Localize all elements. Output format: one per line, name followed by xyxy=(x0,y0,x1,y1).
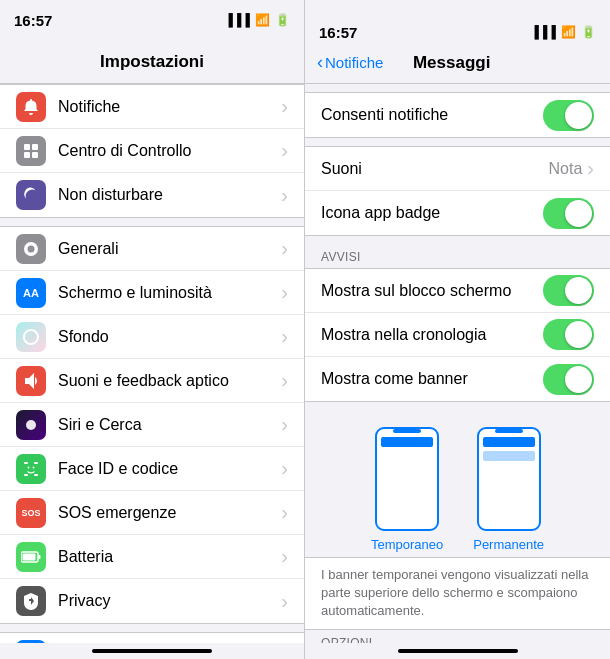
opzioni-header: OPZIONI xyxy=(305,630,610,643)
right-status-icons: ▐▐▐ 📶 🔋 xyxy=(530,25,596,39)
non-disturbare-chevron xyxy=(281,184,288,207)
sidebar-item-privacy[interactable]: Privacy xyxy=(0,579,304,623)
sidebar-item-suoni[interactable]: Suoni e feedback aptico xyxy=(0,359,304,403)
banner-toggle-knob xyxy=(565,366,592,393)
batteria-label: Batteria xyxy=(58,548,281,566)
left-status-icons: ▐▐▐ 📶 🔋 xyxy=(224,13,290,27)
sidebar-item-non-disturbare[interactable]: Non disturbare xyxy=(0,173,304,217)
svg-rect-5 xyxy=(24,462,28,464)
avvisi-section: Mostra sul blocco schermo Mostra nella c… xyxy=(305,268,610,402)
left-time: 16:57 xyxy=(14,12,52,29)
banner-section: Temporaneo Permanente xyxy=(305,410,610,557)
svg-rect-3 xyxy=(32,152,38,158)
sos-icon: SOS xyxy=(16,498,46,528)
suoni-chevron xyxy=(587,157,594,180)
sidebar-item-centro[interactable]: Centro di Controllo xyxy=(0,129,304,173)
temporaneo-label: Temporaneo xyxy=(371,537,443,552)
svg-rect-18 xyxy=(381,437,433,447)
svg-rect-2 xyxy=(24,152,30,158)
svg-rect-19 xyxy=(393,429,421,433)
generali-icon xyxy=(16,234,46,264)
siri-label: Siri e Cerca xyxy=(58,416,281,434)
notifiche-label: Notifiche xyxy=(58,98,281,116)
icona-label: Icona app badge xyxy=(321,204,543,222)
suoni-chevron xyxy=(281,369,288,392)
sidebar-item-itunes[interactable]: iTunes Store e App Store xyxy=(0,633,304,643)
notifiche-icon xyxy=(16,92,46,122)
svg-rect-12 xyxy=(23,553,36,560)
right-nav-title: Messaggi xyxy=(413,53,490,73)
back-label: Notifiche xyxy=(325,54,383,71)
siri-chevron xyxy=(281,413,288,436)
banner-toggle[interactable] xyxy=(543,364,594,395)
centro-chevron xyxy=(281,139,288,162)
wifi-icon: 📶 xyxy=(255,13,270,27)
right-nav-content: ‹ Notifiche Messaggi xyxy=(305,52,610,73)
permanente-phone[interactable]: Permanente xyxy=(473,425,544,552)
signal-icon: ▐▐▐ xyxy=(224,13,250,27)
sidebar-item-notifiche[interactable]: Notifiche xyxy=(0,85,304,129)
non-disturbare-icon xyxy=(16,180,46,210)
svg-rect-1 xyxy=(32,144,38,150)
temporaneo-phone-svg xyxy=(373,425,441,533)
left-status-bar: 16:57 ▐▐▐ 📶 🔋 xyxy=(0,0,304,40)
schermo-icon: AA xyxy=(16,278,46,308)
consenti-section: Consenti notifiche xyxy=(305,92,610,138)
back-button[interactable]: ‹ Notifiche xyxy=(315,52,383,73)
svg-rect-0 xyxy=(24,144,30,150)
right-signal-icon: ▐▐▐ xyxy=(530,25,556,39)
schermo-label: Schermo e luminosità xyxy=(58,284,281,302)
privacy-label: Privacy xyxy=(58,592,281,610)
sidebar-item-batteria[interactable]: Batteria xyxy=(0,535,304,579)
battery-icon: 🔋 xyxy=(275,13,290,27)
suoni-section: Suoni Nota Icona app badge xyxy=(305,146,610,236)
faceid-icon xyxy=(16,454,46,484)
sidebar-item-sos[interactable]: SOS SOS emergenze xyxy=(0,491,304,535)
privacy-icon xyxy=(16,586,46,616)
sidebar-item-faceid[interactable]: Face ID e codice xyxy=(0,447,304,491)
schermo-chevron xyxy=(281,281,288,304)
temporaneo-phone[interactable]: Temporaneo xyxy=(371,425,443,552)
cronologia-item: Mostra nella cronologia xyxy=(305,313,610,357)
left-home-indicator xyxy=(92,649,212,653)
suoni-item[interactable]: Suoni Nota xyxy=(305,147,610,191)
right-nav-bar: 16:57 ▐▐▐ 📶 🔋 ‹ Notifiche Messaggi xyxy=(305,0,610,84)
blocco-toggle[interactable] xyxy=(543,275,594,306)
sos-chevron xyxy=(281,501,288,524)
sidebar-item-siri[interactable]: Siri e Cerca xyxy=(0,403,304,447)
sidebar-item-schermo[interactable]: AA Schermo e luminosità xyxy=(0,271,304,315)
suoni-label: Suoni e feedback aptico xyxy=(58,372,281,390)
svg-rect-21 xyxy=(483,437,535,447)
sidebar-item-generali[interactable]: Generali xyxy=(0,227,304,271)
sidebar-item-sfondo[interactable]: Sfondo xyxy=(0,315,304,359)
consenti-item: Consenti notifiche xyxy=(305,93,610,137)
generali-chevron xyxy=(281,237,288,260)
left-panel: 16:57 ▐▐▐ 📶 🔋 Impostazioni Notifiche xyxy=(0,0,305,659)
banner-item: Mostra come banner xyxy=(305,357,610,401)
svg-rect-6 xyxy=(34,462,38,464)
notifiche-chevron xyxy=(281,95,288,118)
right-home-indicator xyxy=(398,649,518,653)
banner-description: I banner temporanei vengono visualizzati… xyxy=(305,557,610,630)
centro-label: Centro di Controllo xyxy=(58,142,281,160)
svg-rect-22 xyxy=(495,429,523,433)
permanente-phone-svg xyxy=(475,425,543,533)
sfondo-label: Sfondo xyxy=(58,328,281,346)
settings-group-1: Notifiche Centro di Controllo xyxy=(0,84,304,218)
svg-rect-7 xyxy=(24,474,28,476)
banner-phones: Temporaneo Permanente xyxy=(371,420,544,557)
icona-item: Icona app badge xyxy=(305,191,610,235)
batteria-icon xyxy=(16,542,46,572)
sos-label: SOS emergenze xyxy=(58,504,281,522)
right-battery-icon: 🔋 xyxy=(581,25,596,39)
consenti-label: Consenti notifiche xyxy=(321,106,543,124)
consenti-toggle[interactable] xyxy=(543,100,594,131)
icona-toggle[interactable] xyxy=(543,198,594,229)
consenti-toggle-knob xyxy=(565,102,592,129)
cronologia-toggle-knob xyxy=(565,321,592,348)
right-wifi-icon: 📶 xyxy=(561,25,576,39)
banner-label: Mostra come banner xyxy=(321,370,543,388)
faceid-label: Face ID e codice xyxy=(58,460,281,478)
cronologia-toggle[interactable] xyxy=(543,319,594,350)
itunes-icon xyxy=(16,640,46,644)
